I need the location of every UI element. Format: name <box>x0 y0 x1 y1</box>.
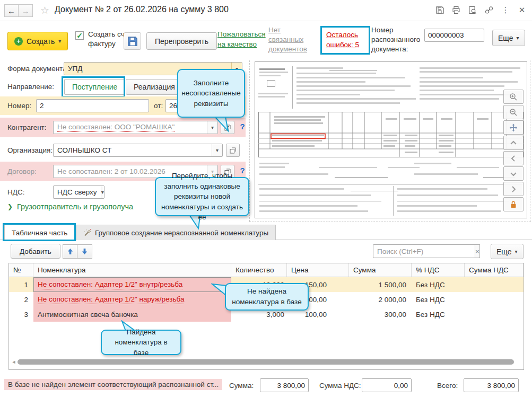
counterparty-help-icon[interactable]: ? <box>238 122 247 131</box>
more-button-table[interactable]: Еще ▾ <box>491 244 524 259</box>
org-open-button[interactable] <box>226 144 240 157</box>
row-vat-rate: Без НДС <box>412 292 465 307</box>
print-icon[interactable] <box>451 5 461 15</box>
callout-fill-unmatched: Заполните несопоставленые реквизиты <box>177 69 245 118</box>
splitter-horizontal[interactable] <box>249 222 531 222</box>
row-vat-rate: Без НДС <box>412 307 465 322</box>
org-value: СОЛНЫШКО СТ <box>54 144 212 156</box>
col-header-sum[interactable]: Сумма <box>349 263 412 277</box>
date-label: от: <box>154 102 163 110</box>
row-vat-sum <box>465 307 524 322</box>
chevron-right-icon <box>510 185 517 193</box>
tab-group-create-label: Групповое создание нераспознанной номенк… <box>95 229 268 237</box>
row-name-matched: Антимоскитная свеча баночка <box>38 311 138 319</box>
preview-pan-button[interactable] <box>503 120 524 135</box>
shipper-expand-link[interactable]: ❯ Грузоотправитель и грузополуча <box>7 202 133 211</box>
back-icon: ← <box>7 6 15 15</box>
create-button[interactable]: + Создать ▾ <box>7 32 68 50</box>
recognized-number-input[interactable] <box>424 29 484 42</box>
col-header-vatsum[interactable]: Сумма НДС <box>465 263 524 277</box>
splitter-vertical[interactable] <box>249 60 250 222</box>
create-button-label: Создать <box>27 37 55 46</box>
favorite-star-icon[interactable]: ☆ <box>40 4 49 16</box>
forward-button[interactable]: → <box>19 4 33 17</box>
contract-value: Не сопоставлен: 2 от 10.02.2026 <box>57 167 165 175</box>
col-header-num[interactable]: № <box>9 263 33 277</box>
more-label: Еще <box>498 34 513 42</box>
row-name-cell[interactable]: Не сопоставлен: Адаптер 1/2" наруж/резьб… <box>33 292 231 307</box>
counterparty-value: Не сопоставлен: ООО "РОМАШКА" <box>57 123 175 132</box>
row-vat-rate: Без НДС <box>412 277 465 292</box>
more-button-top[interactable]: Еще ▾ <box>492 30 525 46</box>
scrollbar-thumb[interactable] <box>18 359 514 365</box>
vat-sum-label: Сумма НДС: <box>319 382 361 390</box>
back-button[interactable]: ← <box>4 4 19 17</box>
more-label: Еще <box>496 247 512 256</box>
preview-scroll-right-button[interactable] <box>503 182 524 196</box>
row-name-cell[interactable]: Антимоскитная свеча баночка <box>33 307 231 322</box>
preview-zoom-in-button[interactable] <box>503 90 524 104</box>
number-input[interactable] <box>36 99 149 112</box>
add-row-button[interactable]: Добавить <box>11 244 60 259</box>
chevron-down-icon[interactable]: ▾ <box>101 186 104 198</box>
chevron-down-icon: ▾ <box>515 249 518 254</box>
floppy-icon <box>127 36 138 47</box>
row-sum: 300,00 <box>349 307 412 322</box>
counterparty-field[interactable]: Не сопоставлен: ООО "РОМАШКА" ▾ <box>53 121 218 134</box>
horizontal-scrollbar[interactable]: ◄ <box>10 359 522 365</box>
org-field[interactable]: СОЛНЫШКО СТ ▾ <box>53 144 223 157</box>
col-header-qty[interactable]: Количество <box>231 263 287 277</box>
errors-left-link[interactable]: Осталось ошибок: 5 <box>326 30 364 50</box>
preview-lock-button[interactable] <box>503 197 524 211</box>
preview-icon[interactable] <box>468 5 477 15</box>
preview-scroll-down-button[interactable] <box>503 166 524 181</box>
col-header-price[interactable]: Цена <box>287 263 349 277</box>
recheck-button[interactable]: Перепроверить <box>146 32 217 50</box>
preview-scroll-left-button[interactable] <box>503 151 524 165</box>
row-name-cell[interactable]: Не сопоставлен: Адаптер 1/2" внутр/резьб… <box>33 277 231 292</box>
vat-value: НДС сверху <box>54 186 101 198</box>
sum-label: Сумма: <box>229 382 254 390</box>
add-row-label: Добавить <box>20 247 51 255</box>
zoom-out-icon <box>509 108 518 117</box>
move-row-up-button[interactable] <box>63 244 77 259</box>
close-icon[interactable]: ✕ <box>517 5 527 15</box>
move-row-down-button[interactable] <box>77 244 92 259</box>
preview-scroll-up-button[interactable] <box>503 136 524 150</box>
scroll-left-icon[interactable]: ◄ <box>10 359 18 365</box>
search-clear-icon[interactable]: × <box>475 244 480 258</box>
vat-label: НДС: <box>7 188 24 196</box>
grand-total-input[interactable] <box>464 378 519 392</box>
number-label: Номер: <box>7 102 31 110</box>
row-sum: 2 000,00 <box>349 292 412 307</box>
get-link-icon[interactable] <box>484 5 494 15</box>
direction-incoming-button[interactable]: Поступление <box>64 79 125 95</box>
save-icon[interactable] <box>435 5 444 15</box>
tab-table-part[interactable]: Табличная часть <box>4 225 75 240</box>
vat-total-input[interactable] <box>362 378 412 392</box>
tab-group-create[interactable]: Групповое создание нераспознанной номенк… <box>76 225 276 240</box>
document-preview[interactable] <box>255 61 527 218</box>
org-label: Организация: <box>7 146 53 154</box>
no-linked-documents-link[interactable]: Нет связанных документов <box>268 25 315 55</box>
save-document-button[interactable] <box>124 32 141 50</box>
callout-text: Не найдена номенклатура в базе <box>231 286 302 307</box>
direction-outgoing-button[interactable]: Реализация <box>126 79 183 95</box>
forward-icon: → <box>22 6 30 15</box>
doc-form-label: Форма документа: <box>7 65 68 73</box>
callout-found: Найдена номенклатура в базе <box>101 330 181 355</box>
sum-total-input[interactable] <box>260 378 309 392</box>
chevron-down-icon: ▾ <box>58 38 61 44</box>
preview-zoom-out-button[interactable] <box>503 105 524 119</box>
row-vat-sum <box>465 292 524 307</box>
chevron-down-icon[interactable]: ▾ <box>212 144 222 156</box>
contract-label: Договор: <box>7 167 37 175</box>
col-header-vat[interactable]: % НДС <box>412 263 465 277</box>
grand-total-label: Всего: <box>437 382 458 390</box>
row-name-unmatched: Не сопоставлен: Адаптер 1/2" внутр/резьб… <box>38 280 182 289</box>
menu-kebab-icon[interactable]: ⋮ <box>501 5 510 15</box>
col-header-name[interactable]: Номенклатура <box>33 263 231 277</box>
vat-select[interactable]: НДС сверху ▾ <box>53 185 104 199</box>
complain-quality-link[interactable]: Пожаловаться на качество <box>217 30 273 50</box>
search-input[interactable] <box>373 244 475 258</box>
